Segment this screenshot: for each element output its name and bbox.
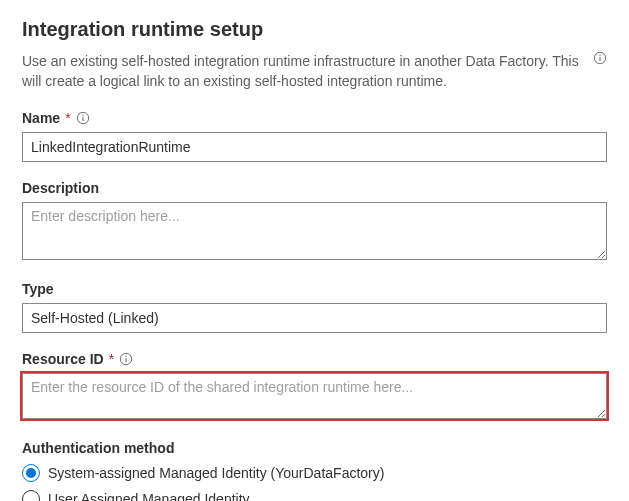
svg-point-5 (82, 114, 83, 115)
type-input (22, 303, 607, 333)
type-label: Type (22, 281, 54, 297)
required-asterisk: * (65, 110, 70, 126)
radio-selected-icon (22, 464, 40, 482)
name-input[interactable] (22, 132, 607, 162)
auth-option-user[interactable]: User Assigned Managed Identity (22, 490, 607, 501)
page-intro: Use an existing self-hosted integration … (22, 51, 583, 92)
auth-option-system-label: System-assigned Managed Identity (YourDa… (48, 465, 384, 481)
auth-method-label: Authentication method (22, 440, 174, 456)
svg-point-8 (126, 355, 127, 356)
svg-point-2 (599, 55, 600, 56)
description-input[interactable] (22, 202, 607, 260)
page-title: Integration runtime setup (22, 18, 607, 41)
name-label: Name (22, 110, 60, 126)
resource-id-label: Resource ID (22, 351, 104, 367)
info-icon[interactable] (76, 111, 90, 125)
info-icon[interactable] (119, 352, 133, 366)
description-label: Description (22, 180, 99, 196)
required-asterisk: * (109, 351, 114, 367)
resource-id-input[interactable] (22, 373, 607, 419)
auth-option-system[interactable]: System-assigned Managed Identity (YourDa… (22, 464, 607, 482)
radio-unselected-icon (22, 490, 40, 501)
auth-option-user-label: User Assigned Managed Identity (48, 491, 250, 501)
info-icon[interactable] (593, 51, 607, 65)
